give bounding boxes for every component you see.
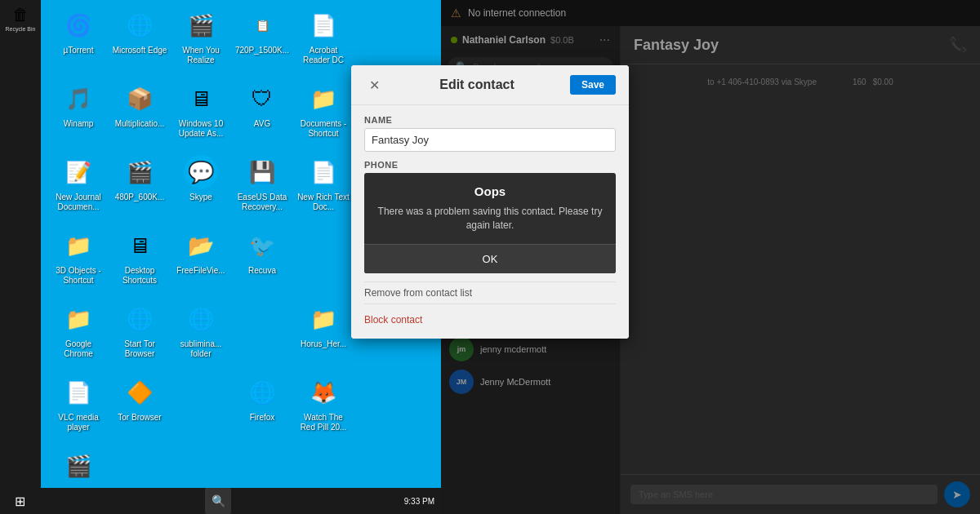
block-contact-button[interactable]: Block contact (364, 311, 616, 329)
desktop-icon-newrich[interactable]: 📄 New Rich Text Doc... (294, 151, 353, 223)
start-button[interactable]: ⊞ (7, 488, 33, 514)
oops-ok-button[interactable]: OK (364, 244, 616, 273)
desktop-icon-torbrowser[interactable]: 🌐 Firefox (233, 371, 292, 443)
taskbar-app-cortana[interactable]: 🔍 (205, 488, 231, 514)
desktop-icon-newfolder3[interactable]: 📁 Google Chrome (49, 298, 108, 370)
desktop-icon-utorrent[interactable]: 🌀 µTorrent (49, 4, 108, 76)
desktop-icon-freefileview[interactable]: 📂 FreeFileVie... (172, 224, 230, 296)
desktop-icon-acrobat[interactable]: 📄 Acrobat Reader DC (294, 4, 353, 76)
name-field-label: NAME (364, 115, 616, 125)
desktop-icon-recuva[interactable]: 🐦 Recuva (233, 224, 292, 296)
oops-dialog: Oops There was a problem saving this con… (364, 173, 616, 273)
desktop-icon-desktopshortcuts[interactable]: 🖥 Desktop Shortcuts (110, 224, 169, 296)
remove-contact-button[interactable]: Remove from contact list (364, 281, 616, 304)
desktop-icon-multiplicatio[interactable]: 📦 Multiplicatio... (110, 78, 169, 149)
desktop-icon-easeus[interactable]: 💾 EaseUS Data Recovery... (233, 151, 292, 223)
phone-field-label: PHONE (364, 160, 616, 170)
edit-contact-title: Edit contact (384, 78, 570, 92)
edit-contact-body: NAME PHONE Oops There was a problem savi… (351, 105, 629, 339)
oops-message: There was a problem saving this contact.… (364, 205, 616, 244)
desktop-icon-winamp[interactable]: 🎵 Winamp (49, 78, 108, 149)
desktop-icon-480p[interactable]: 🎬 480P_600K... (110, 151, 169, 223)
edit-contact-modal: ✕ Edit contact Save NAME PHONE Oops Ther… (351, 65, 629, 339)
desktop-icon-avg[interactable]: 🛡 AVG (233, 78, 292, 149)
bottom-taskbar: ⊞ 🔍 9:33 PM (0, 488, 441, 514)
system-tray: 9:33 PM (404, 497, 434, 506)
desktop-icon-horusher[interactable]: 📄 VLC media player (49, 371, 108, 443)
oops-title: Oops (364, 173, 616, 205)
desktop-icon-win10update[interactable]: 🖥 Windows 10 Update As... (172, 78, 230, 149)
desktop-icon-firefox[interactable]: 🦊 Watch The Red Pill 20... (294, 371, 353, 443)
desktop-icon-documents[interactable]: 📁 Documents - Shortcut (294, 78, 353, 149)
taskbar-left: 🗑 Recycle Bin (0, 0, 41, 514)
desktop-icon-sublimina[interactable]: 📁 Horus_Her... (294, 298, 353, 370)
recycle-bin-icon[interactable]: 🗑 Recycle Bin (2, 0, 38, 36)
desktop-icon-whenyourealize[interactable]: 🎬 When You Realize (172, 4, 230, 76)
edit-contact-header: ✕ Edit contact Save (351, 65, 629, 105)
desktop-icon-msedge[interactable]: 🌐 Microsoft Edge (110, 4, 169, 76)
edit-contact-close-button[interactable]: ✕ (364, 75, 384, 95)
desktop-icon-googlechrome[interactable]: 🌐 Start Tor Browser (110, 298, 169, 370)
desktop-icon-newjournal[interactable]: 📝 New Journal Documen... (49, 151, 108, 223)
edit-contact-save-button[interactable]: Save (570, 75, 616, 95)
desktop-icon-vlc[interactable]: 🔶 Tor Browser (110, 371, 169, 443)
desktop-icon-720p[interactable]: 📋 720P_1500K... (233, 4, 292, 76)
desktop-icon-skype[interactable]: 💬 Skype (172, 151, 230, 223)
desktop-icon-3dobjects[interactable]: 📁 3D Objects - Shortcut (49, 224, 108, 296)
taskbar-apps: 🔍 (205, 488, 231, 514)
desktop-icon-starttor[interactable]: 🌐 sublimina... folder (172, 298, 230, 370)
system-time: 9:33 PM (404, 497, 434, 506)
name-field-input[interactable] (364, 128, 616, 152)
